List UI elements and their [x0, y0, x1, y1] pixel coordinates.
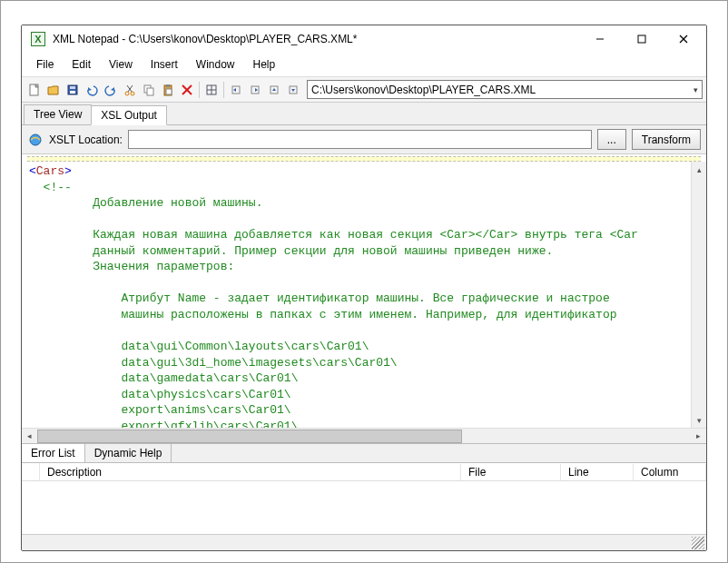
error-icon-col — [22, 463, 40, 480]
menu-insert[interactable]: Insert — [142, 54, 187, 74]
tab-dynamic-help[interactable]: Dynamic Help — [85, 444, 172, 462]
titlebar: X XML Notepad - C:\Users\konov\Desktop\P… — [22, 25, 706, 53]
hscroll-track[interactable] — [37, 429, 691, 444]
tool-icon-1[interactable] — [202, 81, 221, 99]
minimize-button[interactable] — [579, 25, 621, 53]
undo-icon[interactable] — [83, 81, 101, 99]
app-window: X XML Notepad - C:\Users\konov\Desktop\P… — [21, 25, 707, 551]
save-icon[interactable] — [64, 81, 82, 99]
menu-view[interactable]: View — [100, 54, 142, 74]
tab-tree-view[interactable]: Tree View — [24, 104, 92, 124]
col-description[interactable]: Description — [40, 464, 461, 480]
hscroll-thumb[interactable] — [37, 430, 462, 443]
nudge-left-icon[interactable] — [227, 81, 245, 99]
close-button[interactable] — [663, 25, 704, 53]
menu-window[interactable]: Window — [187, 54, 244, 74]
nudge-down-icon[interactable] — [284, 81, 302, 99]
horizontal-scrollbar[interactable]: ◂ ▸ — [22, 428, 706, 443]
view-tabs: Tree View XSL Output — [22, 103, 706, 125]
xslt-location-input[interactable] — [128, 130, 592, 149]
file-path-combo[interactable]: C:\Users\konov\Desktop\PLAYER_CARS.XML ▾ — [307, 80, 703, 99]
app-icon: X — [31, 32, 45, 46]
file-path-text: C:\Users\konov\Desktop\PLAYER_CARS.XML — [311, 84, 536, 96]
code-viewport: <Cars> <!-- Добавление новой машины. Каж… — [22, 162, 706, 428]
svg-rect-15 — [166, 84, 170, 87]
vertical-scrollbar[interactable]: ▴ ▾ — [691, 162, 706, 428]
xslt-bar: XSLT Location: ... Transform — [22, 125, 706, 154]
scroll-right-icon[interactable]: ▸ — [691, 429, 706, 444]
nudge-up-icon[interactable] — [265, 81, 283, 99]
resize-grip[interactable] — [692, 537, 704, 549]
menu-edit[interactable]: Edit — [63, 54, 100, 74]
svg-rect-13 — [147, 88, 153, 95]
browse-button[interactable]: ... — [597, 129, 626, 150]
outer-frame: X XML Notepad - C:\Users\konov\Desktop\P… — [0, 0, 728, 563]
toolbar-separator — [223, 82, 224, 98]
scroll-left-icon[interactable]: ◂ — [22, 429, 37, 444]
svg-rect-7 — [70, 86, 75, 89]
toolbar-separator — [199, 82, 200, 98]
tab-error-list[interactable]: Error List — [22, 444, 85, 462]
tab-xsl-output[interactable]: XSL Output — [91, 105, 167, 125]
svg-line-11 — [127, 85, 132, 92]
scroll-up-icon[interactable]: ▴ — [692, 162, 706, 177]
code-output[interactable]: <Cars> <!-- Добавление новой машины. Каж… — [22, 162, 691, 428]
maximize-button[interactable] — [621, 25, 663, 53]
xslt-location-label: XSLT Location: — [49, 133, 123, 146]
window-title: XML Notepad - C:\Users\konov\Desktop\PLA… — [53, 33, 579, 45]
error-list-body[interactable] — [22, 481, 706, 534]
svg-rect-1 — [638, 35, 645, 43]
bottom-tabs: Error List Dynamic Help — [22, 443, 706, 463]
window-controls — [579, 25, 704, 53]
menu-file[interactable]: File — [27, 54, 63, 74]
transform-button[interactable]: Transform — [632, 129, 701, 150]
error-list-header: Description File Line Column — [22, 463, 706, 481]
copy-icon[interactable] — [140, 81, 158, 99]
redo-icon[interactable] — [102, 81, 120, 99]
svg-rect-6 — [70, 91, 75, 94]
new-file-icon[interactable] — [25, 81, 44, 99]
svg-point-8 — [125, 92, 129, 95]
menu-help[interactable]: Help — [244, 54, 285, 74]
menubar: File Edit View Insert Window Help — [22, 53, 706, 77]
col-line[interactable]: Line — [561, 464, 634, 480]
content-area: <Cars> <!-- Добавление новой машины. Каж… — [22, 154, 706, 443]
dropdown-arrow-icon[interactable]: ▾ — [694, 85, 698, 94]
svg-rect-16 — [166, 89, 172, 94]
col-file[interactable]: File — [461, 464, 561, 480]
delete-icon[interactable] — [178, 81, 196, 99]
svg-line-10 — [128, 85, 133, 92]
statusbar — [22, 534, 706, 550]
paste-icon[interactable] — [159, 81, 177, 99]
cut-icon[interactable] — [121, 81, 139, 99]
svg-point-9 — [131, 92, 134, 95]
nudge-right-icon[interactable] — [246, 81, 264, 99]
col-column[interactable]: Column — [634, 464, 706, 480]
scroll-down-icon[interactable]: ▾ — [692, 412, 706, 428]
toolbar: C:\Users\konov\Desktop\PLAYER_CARS.XML ▾ — [22, 77, 706, 103]
ie-icon — [27, 132, 44, 148]
open-file-icon[interactable] — [44, 81, 63, 99]
